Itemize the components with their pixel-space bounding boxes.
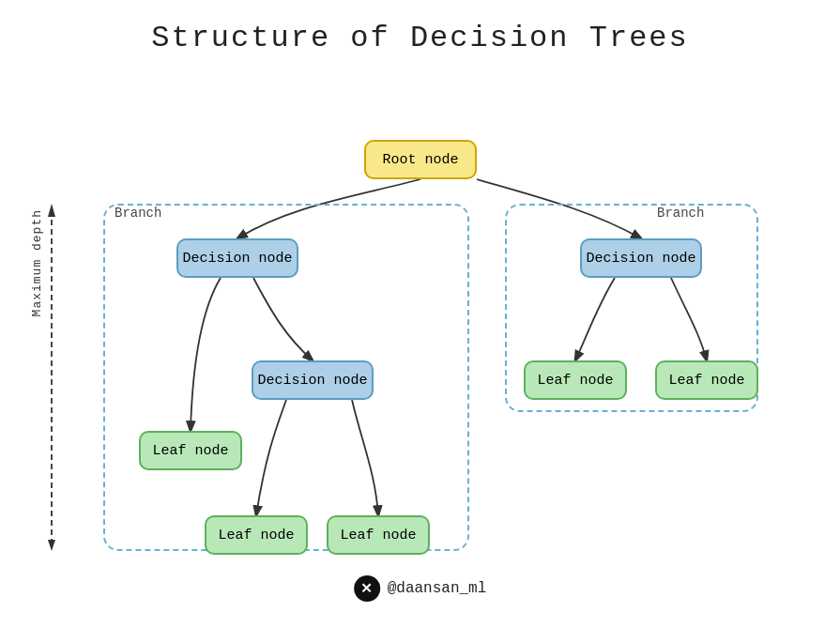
page-title: Structure of Decision Trees xyxy=(0,0,840,65)
leaf-node-5: Leaf node xyxy=(655,360,758,400)
svg-marker-2 xyxy=(48,540,55,551)
leaf-node-3: Leaf node xyxy=(327,515,430,555)
decision-node-3: Decision node xyxy=(580,238,702,278)
decision-node-2: Decision node xyxy=(252,360,374,400)
leaf-node-1: Leaf node xyxy=(139,431,242,470)
svg-marker-1 xyxy=(48,204,55,217)
x-logo-icon: ✕ xyxy=(354,575,380,602)
leaf-node-4: Leaf node xyxy=(524,360,627,400)
leaf-node-2: Leaf node xyxy=(205,515,308,555)
branch-label-right: Branch xyxy=(657,206,704,221)
diagram-area: Branch Branch Maximum depth Root node De… xyxy=(0,65,840,619)
branch-label-left: Branch xyxy=(115,206,161,221)
depth-label: Maximum depth xyxy=(30,209,44,316)
footer: ✕ @daansan_ml xyxy=(354,575,487,602)
twitter-handle: @daansan_ml xyxy=(388,580,487,597)
depth-arrow: Maximum depth xyxy=(30,204,44,322)
decision-node-1: Decision node xyxy=(176,238,298,278)
root-node: Root node xyxy=(364,140,477,179)
